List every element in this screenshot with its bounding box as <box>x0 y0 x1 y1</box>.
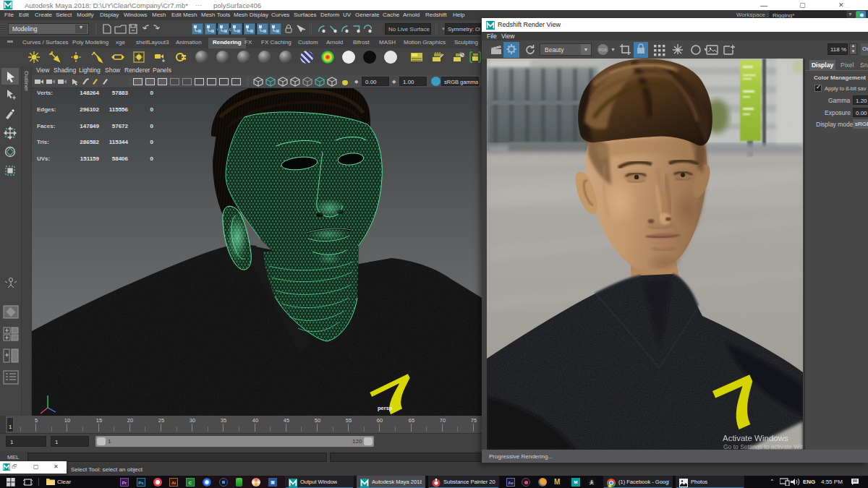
svg-text:115556: 115556 <box>109 106 129 113</box>
svg-text:0: 0 <box>150 155 154 162</box>
svg-text:296102: 296102 <box>80 106 99 113</box>
svg-text:147849: 147849 <box>80 123 99 129</box>
svg-text:148264: 148264 <box>80 90 99 96</box>
svg-text:151159: 151159 <box>80 155 100 162</box>
svg-text:0: 0 <box>150 139 154 145</box>
svg-text:UVs:: UVs: <box>37 155 50 162</box>
svg-text:Activate Windows: Activate Windows <box>723 434 788 442</box>
svg-text:persp: persp <box>378 405 393 411</box>
svg-text:57672: 57672 <box>112 123 129 129</box>
svg-text:Faces:: Faces: <box>37 123 55 129</box>
svg-text:Edges:: Edges: <box>37 106 56 113</box>
svg-text:Verts:: Verts: <box>37 90 53 96</box>
svg-text:0: 0 <box>150 90 154 96</box>
svg-text:0: 0 <box>150 106 154 113</box>
svg-text:115344: 115344 <box>109 139 129 145</box>
svg-text:0: 0 <box>150 123 154 129</box>
svg-text:58406: 58406 <box>112 155 129 162</box>
svg-text:Go to Settings to activate Win: Go to Settings to activate Windows. <box>723 443 803 450</box>
svg-text:Tris:: Tris: <box>37 139 49 145</box>
svg-text:57883: 57883 <box>112 90 129 96</box>
svg-text:286582: 286582 <box>80 139 99 145</box>
